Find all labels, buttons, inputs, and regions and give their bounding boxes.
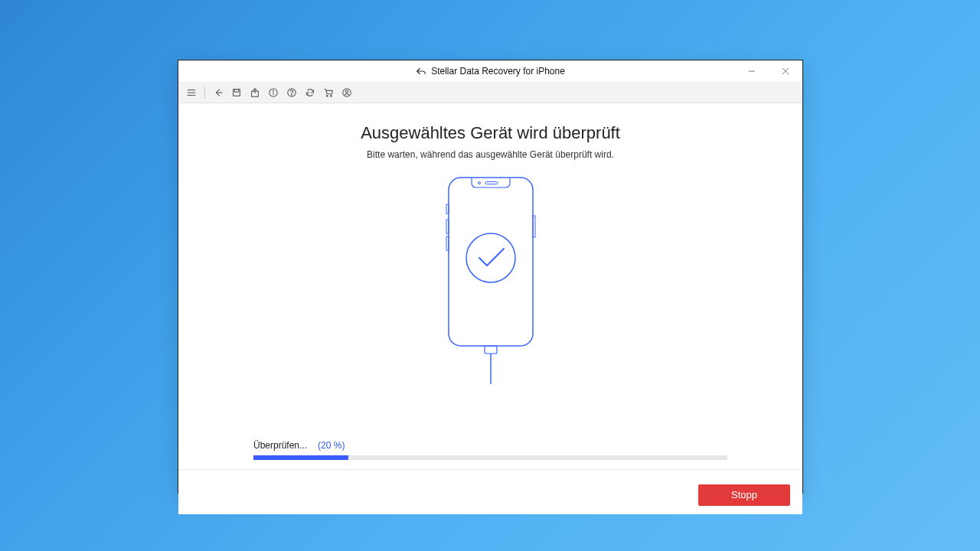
stop-button[interactable]: Stopp (698, 484, 790, 506)
progress-bar (253, 455, 727, 460)
save-icon[interactable] (228, 84, 245, 101)
undo-arrow-icon (416, 67, 426, 76)
progress-label-row: Überprüfen... (20 %) (253, 440, 727, 451)
progress-bar-fill (253, 455, 348, 460)
cart-icon[interactable] (320, 84, 337, 101)
svg-rect-22 (485, 182, 498, 184)
toolbar (178, 83, 802, 103)
footer: Stopp (178, 476, 802, 514)
svg-point-13 (273, 90, 274, 91)
app-window: Stellar Data Recovery for iPhone (178, 60, 803, 494)
progress-section: Überprüfen... (20 %) (178, 440, 802, 470)
window-controls (735, 60, 802, 82)
progress-percent-label: (20 %) (318, 440, 345, 451)
svg-rect-24 (446, 220, 449, 233)
svg-point-19 (345, 90, 348, 93)
svg-rect-26 (533, 216, 535, 237)
titlebar-center: Stellar Data Recovery for iPhone (178, 66, 802, 77)
svg-point-17 (331, 96, 332, 97)
progress-status-label: Überprüfen... (253, 440, 307, 451)
svg-rect-28 (485, 346, 497, 354)
svg-rect-25 (446, 236, 449, 250)
desktop-background: Stellar Data Recovery for iPhone (0, 0, 980, 551)
svg-point-27 (466, 233, 515, 282)
close-button[interactable] (769, 60, 802, 82)
refresh-icon[interactable] (302, 84, 318, 101)
help-icon[interactable] (283, 84, 300, 101)
user-icon[interactable] (338, 84, 355, 101)
toolbar-separator (204, 86, 205, 99)
minimize-button[interactable] (735, 60, 769, 82)
page-headline: Ausgewähltes Gerät wird überprüft (178, 123, 802, 143)
svg-point-21 (478, 182, 480, 184)
page-subline: Bitte warten, während das ausgewählte Ge… (178, 149, 802, 160)
phone-check-icon (441, 174, 541, 384)
info-icon[interactable] (265, 84, 282, 101)
svg-rect-8 (234, 90, 238, 93)
svg-point-15 (292, 94, 292, 95)
svg-rect-23 (446, 204, 449, 214)
titlebar: Stellar Data Recovery for iPhone (178, 60, 802, 83)
window-title: Stellar Data Recovery for iPhone (431, 66, 565, 77)
export-icon[interactable] (247, 84, 263, 101)
svg-point-16 (326, 96, 328, 97)
back-icon[interactable] (210, 84, 227, 101)
device-illustration (178, 174, 802, 384)
content-area: Ausgewähltes Gerät wird überprüft Bitte … (178, 123, 802, 514)
menu-icon[interactable] (183, 84, 200, 101)
